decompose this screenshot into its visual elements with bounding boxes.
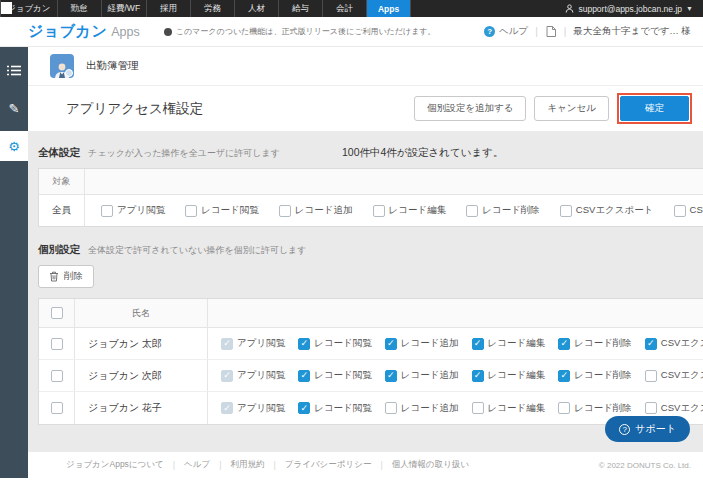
row-select-checkbox[interactable] [51,402,63,414]
document-icon[interactable] [545,25,557,38]
permission-item: アプリ閲覧 [101,204,165,217]
permission-item: アプリ閲覧 [221,369,285,382]
top-nav-tab-労務[interactable]: 労務 [191,0,235,17]
permission-checkbox[interactable] [101,205,113,217]
footer-link[interactable]: 利用規約 [230,459,264,471]
divider: | [564,26,567,37]
permission-label: レコード削除 [482,204,540,217]
app-avatar[interactable] [50,54,74,78]
top-nav-tab-人材[interactable]: 人材 [235,0,279,17]
permission-item: レコード削除 [466,204,540,217]
permission-checkbox[interactable] [645,338,657,350]
global-settings-description: チェックが入った操作を全ユーザに許可します [88,147,280,160]
permission-checkbox[interactable] [298,370,310,382]
question-icon: ? [484,26,495,37]
confirm-button[interactable]: 確定 [620,96,689,121]
permission-label: レコード追加 [295,204,353,217]
select-all-checkbox[interactable] [51,307,63,319]
permission-checkbox[interactable] [558,338,570,350]
sidebar-item-edit[interactable]: ✎ [0,93,28,123]
permission-checkbox[interactable] [645,402,657,414]
permission-checkbox [221,338,233,350]
permission-item: レコード閲覧 [298,402,372,415]
permission-item: レコード編集 [373,204,447,217]
avatar-badge [65,69,73,77]
cancel-button[interactable]: キャンセル [534,96,609,121]
permission-checkbox[interactable] [298,402,310,414]
delete-button[interactable]: 削除 [38,265,94,288]
permission-label: レコード閲覧 [314,402,372,415]
top-nav-tab-会計[interactable]: 会計 [323,0,367,17]
permission-checkbox[interactable] [385,370,397,382]
permission-checkbox[interactable] [472,402,484,414]
user-permissions: アプリ閲覧レコード閲覧レコード追加レコード編集レコード削除CSVエクスポート [208,328,703,359]
top-nav-tab-給与[interactable]: 給与 [279,0,323,17]
permission-checkbox[interactable] [472,338,484,350]
top-nav-tab-採用[interactable]: 採用 [147,0,191,17]
page-title: アプリアクセス権設定 [66,100,203,118]
permission-checkbox[interactable] [373,205,385,217]
list-icon [7,65,21,76]
permission-item: レコード削除 [558,369,632,382]
row-select-checkbox[interactable] [51,370,63,382]
divider: | [173,460,175,470]
app-name: 出勤簿管理 [86,59,139,73]
permission-checkbox[interactable] [674,205,686,217]
user-name[interactable]: 最大全角十字までです… 様 [573,25,691,38]
permission-label: レコード削除 [574,369,632,382]
permission-checkbox[interactable] [560,205,572,217]
permission-label: レコード編集 [488,369,546,382]
account-email: support@apps.jobcan.ne.jp [578,4,682,14]
top-nav-tab-経費/WF[interactable]: 経費/WF [102,0,148,17]
bottom-strip [0,478,703,485]
divider: | [273,460,275,470]
account-menu[interactable]: support@apps.jobcan.ne.jp ▼ [565,0,703,17]
permission-label: アプリ閲覧 [237,337,285,350]
add-individual-setting-button[interactable]: 個別設定を追加する [414,96,526,121]
sidebar-item-list[interactable] [0,55,28,85]
permission-item: CSVエクスポート [645,402,703,415]
help-link[interactable]: ? ヘルプ [484,25,528,38]
permission-checkbox[interactable] [185,205,197,217]
footer-link[interactable]: ジョブカンAppsについて [66,459,164,471]
permission-item: レコード閲覧 [298,337,372,350]
support-button[interactable]: ? サポート [605,416,690,442]
top-nav-tab-勤怠[interactable]: 勤怠 [58,0,102,17]
permission-checkbox[interactable] [558,370,570,382]
individual-settings-description: 全体設定で許可されていない操作を個別に許可します [88,244,307,257]
permission-checkbox[interactable] [472,370,484,382]
person-icon [565,4,574,13]
permission-label: レコード追加 [401,369,459,382]
top-nav-tab-Apps[interactable]: Apps [367,0,411,17]
permission-checkbox[interactable] [645,370,657,382]
all-users-row: 全員 アプリ閲覧レコード閲覧レコード追加レコード編集レコード削除CSVエクスポー… [39,195,703,226]
permission-label: レコード追加 [401,402,459,415]
permission-item: レコード編集 [472,402,546,415]
divider: | [535,26,538,37]
permission-checkbox[interactable] [279,205,291,217]
individual-settings-table: 氏名 ジョブカン 太郎アプリ閲覧レコード閲覧レコード追加レコード編集レコード削除… [38,298,703,425]
permission-checkbox[interactable] [385,338,397,350]
permission-label: アプリ閲覧 [237,402,285,415]
confirm-highlight-box: 確定 [617,93,692,124]
permission-item: レコード削除 [558,402,632,415]
settings-count-status: 100件中4件が設定されています。 [342,146,504,160]
row-select-checkbox[interactable] [51,338,63,350]
footer-link[interactable]: プライバシーポリシー [285,459,372,471]
permission-label: レコード閲覧 [314,369,372,382]
permission-checkbox[interactable] [558,402,570,414]
logo[interactable]: ジョブカン [28,22,107,41]
permission-checkbox[interactable] [466,205,478,217]
permission-label: CSVエクスポート [661,369,703,382]
permission-checkbox[interactable] [298,338,310,350]
permission-checkbox[interactable] [385,402,397,414]
global-settings-table: 対象 全員 アプリ閲覧レコード閲覧レコード追加レコード編集レコード削除CSVエク… [38,168,703,227]
footer-link[interactable]: ヘルプ [184,459,210,471]
permission-item: レコード編集 [472,337,546,350]
sidebar-item-settings[interactable]: ⚙ [0,131,28,161]
question-icon: ? [619,424,630,435]
permission-label: CSVエクスポート [576,204,654,217]
permission-label: アプリ閲覧 [237,369,285,382]
footer-link[interactable]: 個人情報の取り扱い [392,459,469,471]
mark-icon [164,28,172,36]
